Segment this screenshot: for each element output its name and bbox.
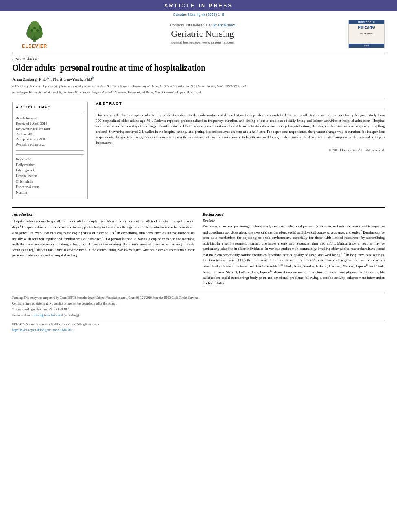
article-history: Article history: Received 1 April 2016 R… (16, 116, 84, 147)
journal-homepage: journal homepage: www.gnjournal.com (57, 40, 348, 44)
abstract-text: This study is the first to explore wheth… (96, 113, 385, 146)
doi-url[interactable]: http://dx.doi.org/10.1016/j.gerinurse.20… (12, 328, 72, 332)
copyright-line: © 2016 Elsevier Inc. All rights reserved… (96, 148, 385, 152)
logo-top-text: GERIATRIC (349, 20, 384, 24)
author-a-sup: a,* (47, 76, 51, 79)
journal-header: Geriatric Nursing xx (2016) 1–6 (12, 11, 385, 53)
article-info-box: ARTICLE INFO Article history: Received 1… (12, 102, 88, 199)
info-abstract-columns: ARTICLE INFO Article history: Received 1… (12, 102, 385, 203)
journal-link-line: Geriatric Nursing xx (2016) 1–6 (12, 11, 385, 18)
background-paragraph: Routine is a concept pertaining to strat… (203, 224, 385, 286)
author-b-sup: b (92, 76, 94, 79)
journal-title: Geriatric Nursing (57, 29, 348, 39)
body-section: Introduction Hospitalization occurs freq… (12, 207, 385, 289)
article-content: Feature Article Older adults' personal r… (12, 53, 385, 337)
keyword-6: Nursing (16, 190, 84, 196)
svg-point-6 (36, 29, 39, 32)
introduction-heading: Introduction (12, 212, 195, 216)
keywords-section: Keywords: Daily routines Life regularity… (16, 154, 84, 196)
revised-date: 29 June 2016 (16, 132, 84, 137)
issn-text: 0197-4572/$ – see front matter © 2016 El… (12, 322, 385, 327)
feature-article-label: Feature Article (12, 57, 385, 61)
affiliation-a: a The Cheryl Spencer Department of Nursi… (12, 84, 385, 88)
journal-name-center: Contents lists available at ScienceDirec… (57, 23, 348, 44)
abstract-title: ABSTRACT (96, 102, 385, 106)
conflict-note: Conflict of interest statement: No confl… (12, 301, 385, 306)
keyword-4: Older adults (16, 179, 84, 185)
authors-line: Anna Zisberg, PhDa,*, Nurit Gur-Yaish, P… (12, 76, 385, 82)
body-columns: Introduction Hospitalization occurs freq… (12, 212, 385, 289)
divider (12, 98, 385, 98)
keyword-3: Hospitalization (16, 173, 84, 179)
article-info-title: ARTICLE INFO (16, 105, 84, 109)
keywords-label: Keywords: (16, 157, 84, 161)
keywords-divider (16, 150, 84, 151)
elsevier-label: ELSEVIER (22, 44, 47, 49)
svg-point-7 (33, 27, 36, 29)
footer-section: Funding: This study was supported by Gra… (12, 293, 385, 333)
volume-info: Geriatric Nursing xx (2016) 1–6 (173, 13, 224, 17)
routine-subheading: Routine (203, 219, 385, 223)
geriatric-nursing-logo: GERIATRIC NURSING ELSEVIER ISSN (348, 20, 385, 48)
email-note: E-mail address: azisberg@univ.haifa.ac.i… (12, 313, 385, 318)
introduction-column: Introduction Hospitalization occurs freq… (12, 212, 195, 289)
svg-point-5 (31, 29, 33, 32)
info-divider (16, 113, 84, 113)
background-column: Background Routine Routine is a concept … (203, 212, 385, 289)
revised-label: Received in revised form (16, 126, 84, 132)
logo-bottom: ISSN (349, 44, 384, 48)
keyword-5: Functional status (16, 184, 84, 190)
received-date: Received 1 April 2016 (16, 121, 84, 126)
abstract-column: ABSTRACT This study is the first to expl… (96, 102, 385, 203)
background-heading: Background (203, 212, 385, 216)
funding-note: Funding: This study was supported by Gra… (12, 296, 385, 300)
email-link[interactable]: azisberg@univ.haifa.ac.il (32, 313, 63, 317)
elsevier-logo: ELSEVIER (12, 19, 57, 49)
email-suffix: (A. Zisberg). (64, 313, 80, 317)
abstract-section: ABSTRACT This study is the first to expl… (96, 102, 385, 152)
abstract-divider (96, 109, 385, 109)
accepted-date: Accepted 4 July 2016 (16, 137, 84, 142)
contents-link: Contents lists available at ScienceDirec… (57, 23, 348, 27)
author-separator: , Nurit Gur-Yaish, PhD (51, 77, 92, 82)
history-label: Article history: (16, 116, 84, 120)
corresponding-note: * Corresponding author. Fax: +972 4 8288… (12, 307, 385, 311)
article-in-press-banner: ARTICLE IN PRESS (0, 0, 397, 11)
introduction-paragraph: Hospitalization occurs frequently in old… (12, 219, 195, 258)
available-online: Available online xxx (16, 142, 84, 147)
keyword-1: Daily routines (16, 162, 84, 168)
article-info-column: ARTICLE INFO Article history: Received 1… (12, 102, 88, 203)
footer-bottom: 0197-4572/$ – see front matter © 2016 El… (12, 320, 385, 333)
affiliation-b: b Center for Research and Study of Aging… (12, 90, 385, 95)
sciencedirect-link[interactable]: ScienceDirect (213, 23, 235, 27)
logo-title-text: NURSING (357, 24, 376, 31)
author-anna: Anna Zisberg, PhD (12, 77, 47, 82)
keyword-2: Life regularity (16, 168, 84, 173)
article-title: Older adults' personal routine at time o… (12, 63, 385, 73)
journal-title-area: ELSEVIER Contents lists available at Sci… (12, 18, 385, 50)
elsevier-tree-icon (20, 19, 49, 44)
email-label: E-mail address: (12, 313, 31, 317)
doi-link[interactable]: http://dx.doi.org/10.1016/j.gerinurse.20… (12, 328, 385, 332)
